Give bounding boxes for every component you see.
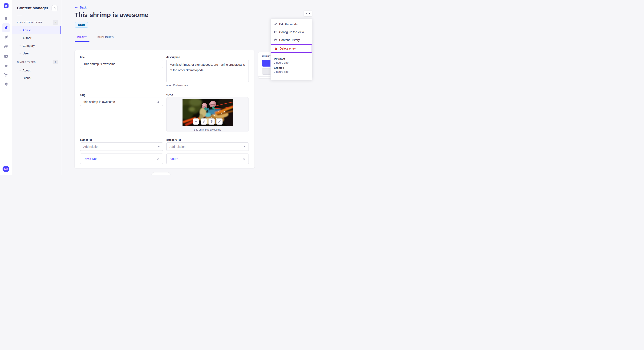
strapi-logo-icon — [4, 4, 8, 7]
tab-draft[interactable]: DRAFT — [75, 34, 90, 42]
remove-category-button[interactable] — [242, 157, 245, 160]
page-title: This shrimp is awesome — [74, 11, 148, 18]
rail-divider — [0, 12, 12, 12]
sidebar-item-author[interactable]: Author — [12, 34, 61, 42]
copy-link-button[interactable] — [200, 118, 207, 125]
edit-asset-button[interactable] — [216, 118, 222, 125]
refresh-icon — [156, 100, 160, 104]
search-button[interactable] — [52, 5, 58, 11]
home-icon[interactable] — [2, 14, 10, 22]
cover-filename: this-shrimp-is-awesome — [166, 128, 248, 131]
slug-input[interactable]: this-shrimp-is-awesome — [80, 98, 163, 106]
add-asset-button[interactable] — [193, 118, 199, 125]
sidebar-item-category[interactable]: Category — [12, 42, 61, 49]
close-icon — [242, 157, 245, 160]
chevron-down-icon — [158, 146, 160, 147]
bullet-icon — [20, 70, 20, 71]
main-nav-rail: KD — [0, 0, 12, 175]
cover-field-label: cover — [166, 93, 249, 96]
single-types-count-badge: 2 — [53, 60, 58, 64]
category-field-label: category (1) — [166, 138, 249, 141]
slug-field-label: slug — [80, 94, 163, 97]
history-clock-icon — [274, 38, 277, 41]
content-feather-icon[interactable] — [2, 23, 10, 32]
bullet-icon — [20, 45, 20, 46]
pencil-icon — [218, 120, 221, 123]
updated-value: 2 hours ago — [274, 61, 309, 64]
more-options-button[interactable] — [304, 11, 312, 16]
back-link[interactable]: Back — [75, 6, 86, 9]
bullet-icon — [20, 53, 20, 54]
search-icon — [53, 7, 56, 10]
more-options-menu: Edit the model Configure the view Conten… — [270, 18, 312, 80]
description-helper-text: max. 80 characters — [166, 84, 249, 87]
sidebar-item-user[interactable]: User — [12, 49, 61, 57]
plus-icon — [194, 120, 198, 123]
menu-item-content-history[interactable]: Content History — [271, 36, 312, 44]
link-icon — [202, 120, 205, 123]
bullet-icon — [20, 38, 20, 38]
menu-item-delete-entry[interactable]: Delete entry — [271, 44, 312, 53]
tab-published[interactable]: PUBLISHED — [95, 34, 116, 42]
entry-panel-title: ENTRY — [262, 55, 271, 58]
sidebar-item-article[interactable]: Article — [12, 26, 61, 34]
sidebar-title: Content Manager — [17, 6, 48, 10]
section-collection-types: COLLECTION TYPES — [17, 21, 42, 24]
title-field-label: title — [80, 56, 163, 59]
regenerate-slug-button[interactable] — [156, 100, 160, 104]
app-window: KD Content Manager COLLECTION TYPES 4 Ar… — [0, 0, 322, 175]
cover-carousel: this-shrimp-is-awesome — [166, 97, 249, 132]
relation-link-david-doe[interactable]: David Doe — [84, 157, 97, 161]
bullet-icon — [20, 78, 20, 78]
created-label: Created — [274, 66, 309, 69]
cloud-icon[interactable] — [2, 61, 10, 70]
strapi-logo[interactable] — [4, 3, 8, 8]
media-library-icon[interactable] — [2, 42, 10, 51]
version-tabs: DRAFT PUBLISHED — [75, 34, 116, 42]
author-field-label: author (1) — [80, 138, 163, 141]
remove-author-button[interactable] — [157, 157, 160, 160]
ellipsis-icon — [306, 13, 307, 14]
pencil-icon — [274, 22, 277, 26]
status-badge: Draft — [75, 22, 88, 28]
content-manager-sidebar: Content Manager COLLECTION TYPES 4 Artic… — [12, 0, 61, 175]
sidebar-rule — [17, 15, 22, 15]
section-single-types: SINGLE TYPES — [17, 61, 36, 63]
menu-item-edit-the-model[interactable]: Edit the model — [271, 20, 312, 28]
scroll-pill[interactable] — [152, 173, 170, 175]
layout-icon[interactable] — [2, 52, 10, 60]
settings-gear-icon[interactable] — [2, 80, 10, 88]
user-avatar[interactable]: KD — [2, 166, 9, 172]
cover-toolbar — [193, 118, 222, 125]
created-value: 2 hours ago — [274, 70, 309, 73]
relation-link-nature[interactable]: nature — [170, 157, 178, 161]
close-icon — [157, 157, 160, 160]
delete-asset-button[interactable] — [208, 118, 215, 125]
arrow-left-icon — [75, 6, 78, 9]
author-relation-item: David Doe — [80, 154, 163, 164]
sidebar-item-global[interactable]: Global — [12, 74, 61, 82]
updated-label: Updated — [274, 57, 309, 60]
configure-list-icon — [274, 30, 277, 34]
marketplace-cart-icon[interactable] — [2, 71, 10, 79]
menu-divider — [271, 55, 312, 55]
trash-icon — [274, 47, 278, 50]
entry-form-card: title This shrimp is awesome description… — [75, 50, 254, 168]
collection-types-count-badge: 4 — [53, 20, 58, 25]
category-relation-item: nature — [166, 154, 249, 164]
bullet-icon — [20, 30, 20, 31]
description-textarea[interactable]: Mantis shrimps, or stomatopods, are mari… — [166, 60, 249, 82]
title-input[interactable]: This shrimp is awesome — [80, 60, 163, 68]
category-add-relation-combobox[interactable]: Add relation — [166, 143, 249, 151]
menu-item-configure-the-view[interactable]: Configure the view — [271, 28, 312, 36]
sidebar-item-about[interactable]: About — [12, 67, 61, 74]
trash-icon — [210, 120, 213, 123]
description-field-label: description — [166, 56, 249, 59]
author-add-relation-combobox[interactable]: Add relation — [80, 143, 163, 151]
send-icon[interactable] — [2, 33, 10, 41]
chevron-down-icon — [244, 146, 246, 147]
